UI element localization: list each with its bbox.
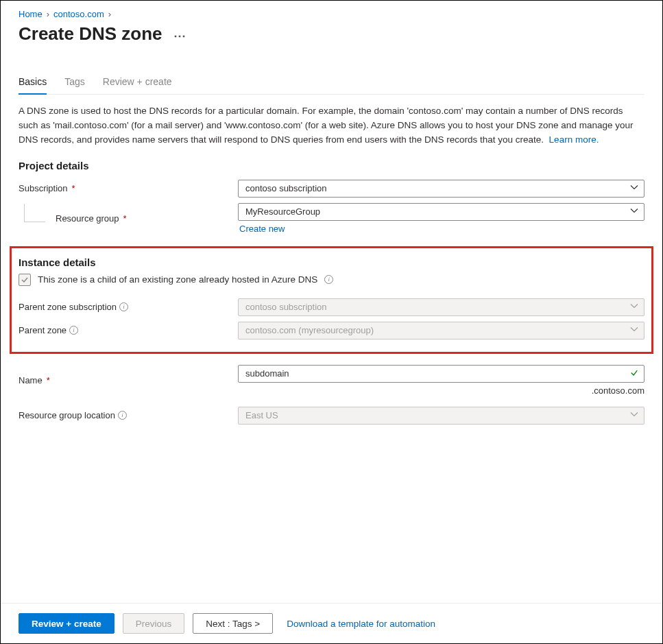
chevron-down-icon bbox=[630, 325, 638, 335]
more-actions-icon[interactable]: ⋯ bbox=[173, 29, 186, 42]
resource-group-label: Resource group* bbox=[19, 213, 238, 224]
footer: Review + create Previous Next : Tags > D… bbox=[1, 603, 662, 643]
child-zone-label: This zone is a child of an existing zone… bbox=[38, 274, 317, 285]
page-title-text: Create DNS zone bbox=[19, 23, 162, 45]
rg-location-label: Resource group location i bbox=[19, 410, 238, 420]
learn-more-link[interactable]: Learn more. bbox=[549, 134, 599, 145]
chevron-right-icon: › bbox=[47, 9, 49, 19]
tab-basics[interactable]: Basics bbox=[19, 72, 47, 94]
subscription-select[interactable]: contoso subscription bbox=[238, 180, 644, 198]
breadcrumb: Home › contoso.com › bbox=[19, 9, 644, 19]
name-label: Name* bbox=[19, 375, 238, 385]
name-input[interactable]: subdomain bbox=[238, 365, 644, 383]
info-icon[interactable]: i bbox=[324, 275, 333, 284]
check-icon bbox=[630, 368, 638, 379]
name-suffix: .contoso.com bbox=[238, 385, 644, 396]
parent-zone-select: contoso.com (myresourcegroup) bbox=[238, 322, 644, 339]
parent-subscription-label: Parent zone subscription i bbox=[19, 302, 238, 312]
next-button[interactable]: Next : Tags > bbox=[193, 613, 273, 634]
description-text: A DNS zone is used to host the DNS recor… bbox=[19, 106, 633, 145]
parent-zone-label: Parent zone i bbox=[19, 325, 238, 335]
chevron-down-icon bbox=[630, 302, 638, 312]
rg-location-select: East US bbox=[238, 407, 644, 425]
section-project-details: Project details bbox=[19, 160, 644, 171]
tab-review-create[interactable]: Review + create bbox=[103, 72, 172, 94]
tabs: Basics Tags Review + create bbox=[19, 72, 644, 95]
review-create-button[interactable]: Review + create bbox=[19, 613, 114, 634]
description: A DNS zone is used to host the DNS recor… bbox=[19, 104, 644, 147]
page-title: Create DNS zone ⋯ bbox=[19, 23, 644, 45]
info-icon[interactable]: i bbox=[118, 411, 127, 420]
parent-subscription-select: contoso subscription bbox=[238, 298, 644, 316]
previous-button: Previous bbox=[123, 613, 185, 634]
download-template-link[interactable]: Download a template for automation bbox=[287, 619, 435, 629]
instance-details-highlight: Instance details This zone is a child of… bbox=[10, 246, 653, 354]
subscription-label: Subscription* bbox=[19, 183, 238, 193]
info-icon[interactable]: i bbox=[119, 302, 128, 311]
create-new-link[interactable]: Create new bbox=[238, 224, 644, 234]
child-zone-checkbox[interactable] bbox=[19, 274, 31, 286]
tab-tags[interactable]: Tags bbox=[64, 72, 85, 94]
check-icon bbox=[21, 276, 29, 284]
resource-group-select[interactable]: MyResourceGroup bbox=[238, 203, 644, 221]
info-icon[interactable]: i bbox=[69, 326, 78, 335]
chevron-down-icon bbox=[630, 183, 638, 193]
chevron-down-icon bbox=[630, 206, 638, 217]
section-instance-details: Instance details bbox=[19, 257, 644, 268]
breadcrumb-home[interactable]: Home bbox=[19, 9, 43, 19]
breadcrumb-contoso[interactable]: contoso.com bbox=[53, 9, 104, 19]
chevron-down-icon bbox=[630, 410, 638, 420]
chevron-right-icon: › bbox=[108, 9, 111, 19]
